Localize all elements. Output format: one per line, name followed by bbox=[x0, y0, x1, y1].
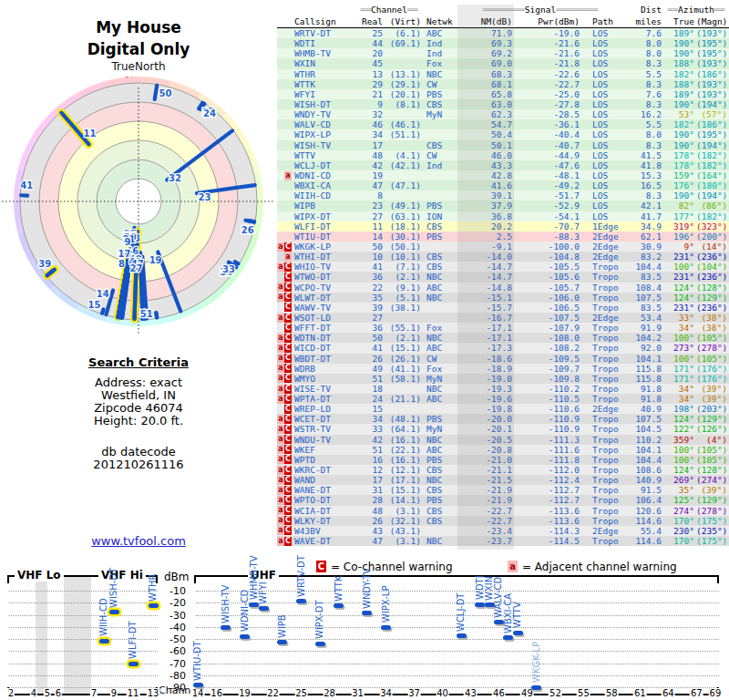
table-row: WTHR13(13.1)NBC68.3-22.6LOS5.5182°(186°) bbox=[277, 69, 729, 79]
cell-distance: 40.9 bbox=[623, 404, 663, 414]
cell-virtual-channel: (41.1) bbox=[383, 364, 423, 374]
cell-distance: 114.6 bbox=[623, 516, 663, 526]
cell-pwr-dbm: -111.6 bbox=[514, 445, 581, 455]
cell-warning-markers bbox=[277, 89, 292, 99]
cell-virtual-channel: (26.1) bbox=[383, 354, 423, 364]
x-axis-tick-label: 40 bbox=[436, 688, 449, 698]
station-label: WIPX-LP bbox=[381, 586, 391, 623]
signal-group-header: ════════Signal════════ bbox=[457, 5, 623, 15]
cell-nm-db: -14.8 bbox=[457, 283, 514, 293]
tvfool-link[interactable]: www.tvfool.com bbox=[0, 534, 277, 548]
cell-nm-db: 65.8 bbox=[457, 89, 514, 99]
cell-warning-markers: aC bbox=[277, 516, 292, 526]
cell-network bbox=[423, 129, 457, 139]
cell-distance: 8.0 bbox=[623, 129, 663, 139]
cell-path: LOS bbox=[581, 38, 623, 48]
cell-callsign: WBDT-DT bbox=[292, 354, 355, 364]
cell-callsign: WLWT-DT bbox=[292, 293, 355, 303]
radar-channel-label: 32 bbox=[169, 173, 181, 183]
x-axis-tick-label: 6 bbox=[55, 688, 62, 698]
table-row: aCWKEF51(22.1)ABC-20.8-111.6Tropo104.110… bbox=[277, 445, 729, 455]
table-row: aCW43BV43(43.1)-23.4-114.32Edge55.4230°(… bbox=[277, 526, 729, 536]
radar-channel-label: 51 bbox=[140, 309, 153, 319]
cell-nm-db: -18.6 bbox=[457, 354, 514, 364]
table-row: aCWCET-DT34(48.1)PBS-20.0-110.9Tropo107.… bbox=[277, 414, 729, 424]
cell-real-channel: 19 bbox=[355, 170, 383, 180]
cell-azimuth-true: 35° bbox=[663, 485, 696, 495]
co-channel-warning-badge: C bbox=[284, 273, 292, 282]
adjacent-warning-badge: a bbox=[277, 435, 284, 444]
table-row: WIPX-LP34(51.1)50.4-40.4LOS8.0190°(195°) bbox=[277, 129, 729, 139]
cell-distance: 16.5 bbox=[623, 180, 663, 190]
cell-callsign: WNDY-TV bbox=[292, 109, 355, 119]
cell-distance: 108.6 bbox=[623, 465, 663, 475]
radar-channel-label: 39 bbox=[38, 259, 51, 269]
cell-azimuth-true: 34° bbox=[663, 394, 696, 404]
cell-nm-db: -17.1 bbox=[457, 333, 514, 343]
cell-distance: 91.9 bbox=[623, 323, 663, 333]
cell-network: CBS bbox=[423, 465, 457, 475]
cell-real-channel: 25 bbox=[355, 28, 383, 38]
table-row: aCWPTA-DT24(21.1)ABC-19.6-110.5Tropo91.8… bbox=[277, 394, 729, 404]
cell-distance: 106.4 bbox=[623, 495, 663, 505]
radar-channel-label: 19 bbox=[149, 255, 162, 265]
table-row: CWAWV-TV39(38.1)-15.7-106.5Tropo83.5231°… bbox=[277, 303, 729, 313]
co-channel-warning-badge: C bbox=[284, 445, 292, 454]
cell-virtual-channel: (32.1) bbox=[383, 516, 423, 526]
cell-network: CW bbox=[423, 354, 457, 364]
x-axis-tick-label: 25 bbox=[294, 688, 308, 698]
cell-network: Ind bbox=[423, 160, 457, 170]
x-axis-tick-label: 11 bbox=[127, 688, 140, 698]
cell-azimuth-true: 33° bbox=[663, 313, 696, 323]
cell-azimuth-true: 273° bbox=[663, 343, 696, 353]
station-marker bbox=[221, 625, 231, 630]
cell-pwr-dbm: -114.3 bbox=[514, 526, 581, 536]
cell-real-channel: 36 bbox=[355, 272, 383, 282]
co-channel-warning-badge: C bbox=[284, 405, 292, 414]
cell-real-channel: 48 bbox=[355, 150, 383, 160]
cell-real-channel: 39 bbox=[355, 303, 383, 313]
cell-callsign: WTIU-DT bbox=[292, 232, 355, 242]
cell-network: PBS bbox=[423, 232, 457, 242]
station-label: WISH-DT bbox=[108, 567, 118, 607]
cell-warning-markers bbox=[277, 99, 292, 109]
cell-nm-db: -23.4 bbox=[457, 526, 514, 536]
cell-azimuth-true: 359° bbox=[663, 435, 696, 445]
cell-callsign: WIPB bbox=[292, 201, 355, 211]
cell-network: ABC bbox=[423, 283, 457, 293]
table-row: aCWKRC-DT12(12.1)CBS-21.1-112.0Tropo108.… bbox=[277, 465, 729, 475]
cell-azimuth-magnetic: (39°) bbox=[696, 384, 729, 394]
cell-path: Tropo bbox=[581, 262, 623, 272]
adjacent-warning-badge: a bbox=[277, 354, 284, 363]
cell-azimuth-true: 182° bbox=[663, 69, 696, 79]
table-row: WHMB-TV20Ind69.2-21.6LOS8.0190°(195°) bbox=[277, 48, 729, 58]
panel-corner bbox=[194, 575, 196, 583]
cell-azimuth-magnetic: (4°) bbox=[696, 435, 729, 445]
station-marker bbox=[334, 603, 344, 608]
cell-pwr-dbm: -105.6 bbox=[514, 272, 581, 282]
cell-virtual-channel: (7.1) bbox=[383, 262, 423, 272]
y-axis-tick-label: -80 bbox=[159, 670, 186, 682]
cell-network: Fox bbox=[423, 323, 457, 333]
cell-azimuth-magnetic: (39°) bbox=[696, 394, 729, 404]
cell-path: LOS bbox=[581, 109, 623, 119]
cell-azimuth-magnetic: (182°) bbox=[696, 211, 729, 221]
cell-azimuth-true: 171° bbox=[663, 374, 696, 384]
cell-pwr-dbm: -113.6 bbox=[514, 506, 581, 516]
cell-callsign: WRTV-DT bbox=[292, 28, 355, 38]
station-marker bbox=[381, 625, 391, 630]
cell-path: LOS bbox=[581, 190, 623, 201]
cell-distance: 5.5 bbox=[623, 119, 663, 129]
cell-azimuth-magnetic: (186°) bbox=[696, 69, 729, 79]
cell-path: LOS bbox=[581, 150, 623, 160]
cell-real-channel: 36 bbox=[355, 323, 383, 333]
cell-azimuth-magnetic: (194°) bbox=[696, 140, 729, 150]
cell-azimuth-true: 176° bbox=[663, 180, 696, 190]
cell-azimuth-true: 188° bbox=[663, 58, 696, 68]
cell-warning-markers bbox=[277, 140, 292, 150]
station-marker bbox=[296, 599, 306, 603]
cell-nm-db: -15.1 bbox=[457, 293, 514, 303]
cell-nm-db: -14.7 bbox=[457, 262, 514, 272]
cell-path: LOS bbox=[581, 211, 623, 221]
cell-pwr-dbm: -110.6 bbox=[514, 404, 581, 414]
